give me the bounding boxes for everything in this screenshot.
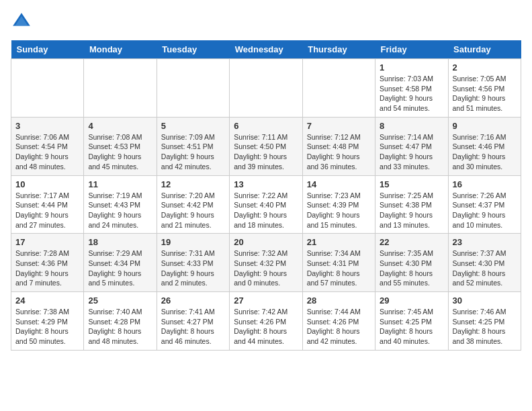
calendar-cell xyxy=(11,59,84,118)
calendar-cell: 27Sunrise: 7:42 AM Sunset: 4:26 PM Dayli… xyxy=(230,292,302,351)
calendar-cell: 15Sunrise: 7:25 AM Sunset: 4:38 PM Dayli… xyxy=(375,175,448,234)
day-info: Sunrise: 7:35 AM Sunset: 4:30 PM Dayligh… xyxy=(380,248,443,288)
day-info: Sunrise: 7:42 AM Sunset: 4:26 PM Dayligh… xyxy=(234,307,298,347)
day-number: 6 xyxy=(234,121,298,131)
col-header-wednesday: Wednesday xyxy=(230,40,302,59)
calendar-cell: 24Sunrise: 7:38 AM Sunset: 4:29 PM Dayli… xyxy=(11,292,84,351)
day-info: Sunrise: 7:44 AM Sunset: 4:26 PM Dayligh… xyxy=(307,307,371,347)
day-info: Sunrise: 7:03 AM Sunset: 4:58 PM Dayligh… xyxy=(380,74,443,113)
calendar-week-row: 10Sunrise: 7:17 AM Sunset: 4:44 PM Dayli… xyxy=(11,175,521,234)
day-number: 26 xyxy=(161,295,225,306)
day-number: 30 xyxy=(453,295,517,306)
day-info: Sunrise: 7:12 AM Sunset: 4:48 PM Dayligh… xyxy=(307,132,371,172)
calendar-cell: 28Sunrise: 7:44 AM Sunset: 4:26 PM Dayli… xyxy=(302,292,375,351)
calendar-cell: 2Sunrise: 7:05 AM Sunset: 4:56 PM Daylig… xyxy=(448,59,521,118)
day-info: Sunrise: 7:45 AM Sunset: 4:25 PM Dayligh… xyxy=(380,307,443,347)
calendar-cell: 12Sunrise: 7:20 AM Sunset: 4:42 PM Dayli… xyxy=(157,175,229,234)
day-info: Sunrise: 7:26 AM Sunset: 4:37 PM Dayligh… xyxy=(453,191,517,230)
day-number: 22 xyxy=(380,237,443,247)
calendar-cell: 5Sunrise: 7:09 AM Sunset: 4:51 PM Daylig… xyxy=(157,117,229,175)
day-info: Sunrise: 7:05 AM Sunset: 4:56 PM Dayligh… xyxy=(453,74,517,113)
calendar-cell: 26Sunrise: 7:41 AM Sunset: 4:27 PM Dayli… xyxy=(157,292,229,351)
day-number: 20 xyxy=(234,237,298,247)
day-number: 18 xyxy=(88,237,152,247)
day-number: 19 xyxy=(161,237,225,247)
day-number: 12 xyxy=(161,179,225,189)
day-info: Sunrise: 7:17 AM Sunset: 4:44 PM Dayligh… xyxy=(15,191,79,230)
calendar-week-row: 1Sunrise: 7:03 AM Sunset: 4:58 PM Daylig… xyxy=(11,59,521,118)
calendar-cell: 22Sunrise: 7:35 AM Sunset: 4:30 PM Dayli… xyxy=(375,234,448,292)
day-info: Sunrise: 7:06 AM Sunset: 4:54 PM Dayligh… xyxy=(15,132,79,172)
calendar-cell: 3Sunrise: 7:06 AM Sunset: 4:54 PM Daylig… xyxy=(11,117,84,175)
day-number: 2 xyxy=(453,62,517,73)
calendar-week-row: 3Sunrise: 7:06 AM Sunset: 4:54 PM Daylig… xyxy=(11,117,521,175)
day-number: 29 xyxy=(380,295,443,306)
page-header xyxy=(11,11,521,32)
calendar-cell: 10Sunrise: 7:17 AM Sunset: 4:44 PM Dayli… xyxy=(11,175,84,234)
calendar-cell: 25Sunrise: 7:40 AM Sunset: 4:28 PM Dayli… xyxy=(84,292,157,351)
calendar-cell: 30Sunrise: 7:46 AM Sunset: 4:25 PM Dayli… xyxy=(448,292,521,351)
calendar-week-row: 17Sunrise: 7:28 AM Sunset: 4:36 PM Dayli… xyxy=(11,234,521,292)
calendar-cell: 14Sunrise: 7:23 AM Sunset: 4:39 PM Dayli… xyxy=(302,175,375,234)
calendar-cell: 20Sunrise: 7:32 AM Sunset: 4:32 PM Dayli… xyxy=(230,234,302,292)
col-header-friday: Friday xyxy=(375,40,448,59)
day-info: Sunrise: 7:19 AM Sunset: 4:43 PM Dayligh… xyxy=(88,191,152,230)
day-info: Sunrise: 7:09 AM Sunset: 4:51 PM Dayligh… xyxy=(161,132,225,172)
day-number: 28 xyxy=(307,295,371,306)
day-number: 21 xyxy=(307,237,371,247)
day-info: Sunrise: 7:40 AM Sunset: 4:28 PM Dayligh… xyxy=(88,307,152,347)
logo-icon xyxy=(11,11,32,32)
calendar-cell: 7Sunrise: 7:12 AM Sunset: 4:48 PM Daylig… xyxy=(302,117,375,175)
calendar-cell: 4Sunrise: 7:08 AM Sunset: 4:53 PM Daylig… xyxy=(84,117,157,175)
day-number: 24 xyxy=(15,295,79,306)
day-info: Sunrise: 7:23 AM Sunset: 4:39 PM Dayligh… xyxy=(307,191,371,230)
day-info: Sunrise: 7:22 AM Sunset: 4:40 PM Dayligh… xyxy=(234,191,298,230)
calendar-cell: 17Sunrise: 7:28 AM Sunset: 4:36 PM Dayli… xyxy=(11,234,84,292)
day-number: 27 xyxy=(234,295,298,306)
calendar-cell xyxy=(84,59,157,118)
logo xyxy=(11,11,35,32)
day-info: Sunrise: 7:46 AM Sunset: 4:25 PM Dayligh… xyxy=(453,307,517,347)
day-info: Sunrise: 7:20 AM Sunset: 4:42 PM Dayligh… xyxy=(161,191,225,230)
day-info: Sunrise: 7:32 AM Sunset: 4:32 PM Dayligh… xyxy=(234,248,298,288)
calendar-header-row: SundayMondayTuesdayWednesdayThursdayFrid… xyxy=(11,40,521,59)
col-header-monday: Monday xyxy=(84,40,157,59)
day-number: 13 xyxy=(234,179,298,189)
day-number: 7 xyxy=(307,121,371,131)
calendar-cell: 1Sunrise: 7:03 AM Sunset: 4:58 PM Daylig… xyxy=(375,59,448,118)
calendar-cell: 8Sunrise: 7:14 AM Sunset: 4:47 PM Daylig… xyxy=(375,117,448,175)
day-number: 10 xyxy=(15,179,79,189)
calendar-table: SundayMondayTuesdayWednesdayThursdayFrid… xyxy=(11,40,521,351)
calendar-cell xyxy=(157,59,229,118)
day-number: 23 xyxy=(453,237,517,247)
day-info: Sunrise: 7:14 AM Sunset: 4:47 PM Dayligh… xyxy=(380,132,443,172)
calendar-cell: 19Sunrise: 7:31 AM Sunset: 4:33 PM Dayli… xyxy=(157,234,229,292)
day-info: Sunrise: 7:16 AM Sunset: 4:46 PM Dayligh… xyxy=(453,132,517,172)
day-info: Sunrise: 7:37 AM Sunset: 4:30 PM Dayligh… xyxy=(453,248,517,288)
day-info: Sunrise: 7:08 AM Sunset: 4:53 PM Dayligh… xyxy=(88,132,152,172)
calendar-cell xyxy=(230,59,302,118)
day-info: Sunrise: 7:38 AM Sunset: 4:29 PM Dayligh… xyxy=(15,307,79,347)
day-number: 4 xyxy=(88,121,152,131)
calendar-cell: 13Sunrise: 7:22 AM Sunset: 4:40 PM Dayli… xyxy=(230,175,302,234)
calendar-cell xyxy=(302,59,375,118)
calendar-cell: 21Sunrise: 7:34 AM Sunset: 4:31 PM Dayli… xyxy=(302,234,375,292)
day-number: 25 xyxy=(88,295,152,306)
day-info: Sunrise: 7:34 AM Sunset: 4:31 PM Dayligh… xyxy=(307,248,371,288)
day-number: 9 xyxy=(453,121,517,131)
day-info: Sunrise: 7:31 AM Sunset: 4:33 PM Dayligh… xyxy=(161,248,225,288)
calendar-cell: 6Sunrise: 7:11 AM Sunset: 4:50 PM Daylig… xyxy=(230,117,302,175)
day-info: Sunrise: 7:41 AM Sunset: 4:27 PM Dayligh… xyxy=(161,307,225,347)
col-header-tuesday: Tuesday xyxy=(157,40,229,59)
day-info: Sunrise: 7:25 AM Sunset: 4:38 PM Dayligh… xyxy=(380,191,443,230)
col-header-saturday: Saturday xyxy=(448,40,521,59)
day-number: 14 xyxy=(307,179,371,189)
day-number: 8 xyxy=(380,121,443,131)
day-number: 3 xyxy=(15,121,79,131)
day-number: 16 xyxy=(453,179,517,189)
day-info: Sunrise: 7:29 AM Sunset: 4:34 PM Dayligh… xyxy=(88,248,152,288)
calendar-cell: 29Sunrise: 7:45 AM Sunset: 4:25 PM Dayli… xyxy=(375,292,448,351)
day-number: 1 xyxy=(380,62,443,73)
calendar-cell: 11Sunrise: 7:19 AM Sunset: 4:43 PM Dayli… xyxy=(84,175,157,234)
calendar-cell: 18Sunrise: 7:29 AM Sunset: 4:34 PM Dayli… xyxy=(84,234,157,292)
